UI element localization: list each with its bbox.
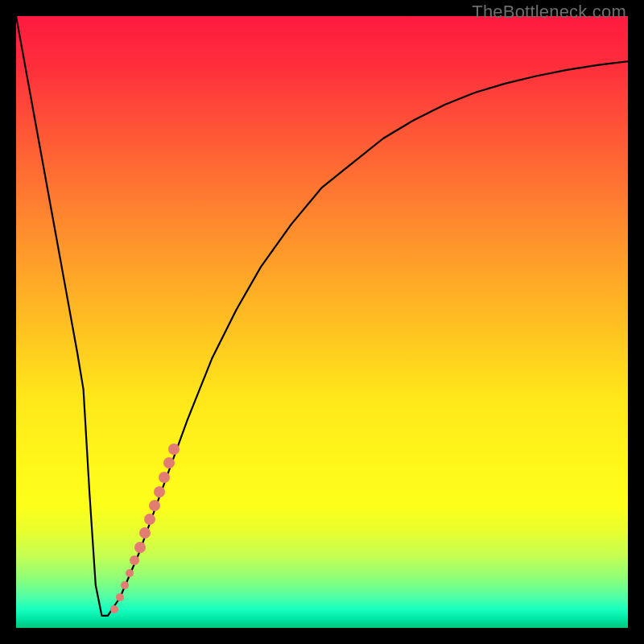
chart-plot-area	[16, 16, 628, 628]
watermark-text: TheBottleneck.com	[472, 2, 626, 23]
highlight-dot	[110, 605, 118, 613]
highlight-dot	[121, 581, 129, 589]
highlight-dot	[149, 500, 160, 511]
chart-frame: TheBottleneck.com	[0, 0, 644, 644]
highlight-dots-layer	[16, 16, 628, 628]
highlight-dot	[134, 542, 146, 553]
highlight-dot	[144, 514, 155, 525]
highlight-dot	[154, 486, 165, 497]
highlight-dot	[163, 457, 175, 469]
highlight-dot	[139, 527, 151, 539]
highlight-dot	[126, 569, 134, 577]
highlight-dot	[116, 593, 124, 601]
highlight-dot	[159, 472, 170, 483]
highlight-dot	[168, 444, 180, 455]
highlight-dot	[130, 555, 139, 565]
